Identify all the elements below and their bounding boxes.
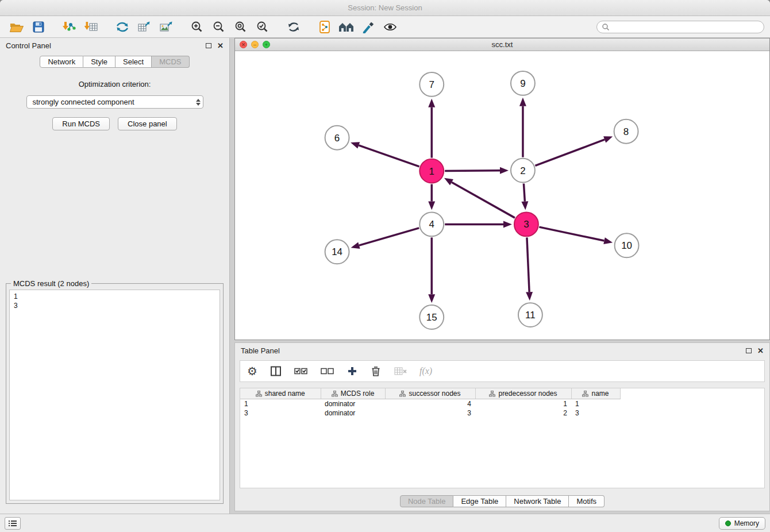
table-row[interactable]: 3dominator323 (240, 408, 620, 418)
network-canvas[interactable]: 7968124314101511 (235, 51, 769, 340)
houses-icon (338, 21, 355, 33)
graph-node-11[interactable]: 11 (518, 303, 542, 327)
column-header-shared-name[interactable]: shared name (240, 388, 321, 399)
refresh-layout-button[interactable] (284, 18, 303, 36)
attribute-icon (256, 391, 262, 397)
graph-edge-4-14[interactable] (359, 228, 419, 245)
tab-motifs[interactable]: Motifs (569, 495, 605, 507)
graph-edge-2-8[interactable] (535, 140, 605, 166)
close-panel-icon[interactable]: ✕ (757, 347, 764, 354)
minimize-window-icon[interactable]: – (251, 41, 259, 48)
table-cell[interactable]: 1 (475, 399, 571, 409)
graph-node-1[interactable]: 1 (419, 159, 444, 183)
graph-node-15[interactable]: 15 (419, 305, 444, 329)
zoom-in-button[interactable] (187, 18, 207, 36)
table-toolbar: ⚙ (240, 360, 765, 382)
home-layout-button[interactable] (337, 18, 356, 36)
table-settings-button[interactable]: ⚙ (247, 363, 257, 379)
function-builder-button[interactable]: f(x) (419, 363, 432, 379)
memory-button[interactable]: Memory (719, 517, 765, 530)
graph-node-3[interactable]: 3 (514, 212, 538, 236)
table-cell[interactable]: 3 (571, 408, 620, 418)
mcds-result-list[interactable]: 1 3 (9, 290, 220, 500)
tab-style[interactable]: Style (83, 56, 116, 68)
table-cell[interactable]: 3 (385, 408, 475, 418)
graph-edge-1-6[interactable] (359, 145, 419, 167)
column-header-predecessor-nodes[interactable]: predecessor nodes (475, 388, 571, 399)
control-panel-header: Control Panel ✕ (0, 38, 229, 53)
table-cell[interactable]: 1 (571, 399, 620, 409)
export-image-button[interactable] (156, 18, 176, 36)
export-table-button[interactable] (134, 18, 154, 36)
import-table-button[interactable] (82, 18, 101, 36)
graph-edge-3-11[interactable] (527, 237, 529, 292)
table-cell[interactable]: dominator (321, 408, 385, 418)
select-all-button[interactable] (294, 363, 308, 379)
tab-network[interactable]: Network (40, 56, 83, 68)
graph-node-4[interactable]: 4 (419, 212, 444, 236)
open-session-button[interactable] (7, 18, 26, 36)
graph-edge-2-3[interactable] (523, 183, 525, 201)
close-panel-icon[interactable]: ✕ (217, 42, 224, 49)
import-network-button[interactable] (60, 18, 79, 36)
first-neighbors-button[interactable] (315, 18, 334, 36)
column-header-name[interactable]: name (571, 388, 620, 399)
float-panel-icon[interactable] (746, 348, 752, 353)
tab-edge-table[interactable]: Edge Table (453, 495, 506, 507)
import-network-icon (63, 21, 76, 33)
table-cell[interactable]: 1 (240, 399, 321, 409)
graph-node-14[interactable]: 14 (325, 240, 349, 264)
tab-network-table[interactable]: Network Table (506, 495, 569, 507)
graph-node-6[interactable]: 6 (325, 126, 349, 150)
column-header-MCDS-role[interactable]: MCDS role (321, 388, 385, 399)
run-mcds-button[interactable]: Run MCDS (52, 117, 110, 130)
network-from-selection-button[interactable] (113, 18, 132, 36)
close-panel-button[interactable]: Close panel (118, 117, 177, 130)
graph-edge-1-2[interactable] (445, 171, 500, 171)
tab-mcds[interactable]: MCDS (152, 56, 189, 68)
table-cell[interactable]: 3 (240, 408, 321, 418)
float-panel-icon[interactable] (206, 43, 211, 48)
export-table-icon (137, 21, 151, 33)
graph-node-8[interactable]: 8 (614, 119, 638, 144)
graph-node-10[interactable]: 10 (615, 233, 639, 257)
zoom-out-button[interactable] (209, 18, 229, 36)
graph-node-7[interactable]: 7 (419, 72, 444, 97)
search-input[interactable] (612, 22, 759, 32)
save-session-button[interactable] (29, 18, 48, 36)
apply-style-button[interactable] (359, 18, 378, 36)
add-row-button[interactable] (347, 363, 357, 379)
show-hide-button[interactable] (380, 18, 400, 36)
tab-node-table[interactable]: Node Table (400, 495, 454, 507)
table-cell[interactable]: 2 (475, 408, 571, 418)
table-row[interactable]: 1dominator411 (240, 399, 620, 409)
table-panel-tabs: Node TableEdge TableNetwork TableMotifs (235, 495, 769, 507)
delete-table-button[interactable] (394, 363, 407, 379)
tab-select[interactable]: Select (116, 56, 152, 68)
svg-text:2: 2 (520, 165, 525, 176)
delete-row-button[interactable] (370, 363, 382, 379)
svg-text:6: 6 (334, 133, 340, 144)
deselect-all-button[interactable] (321, 363, 334, 379)
eye-icon (383, 21, 397, 33)
show-columns-button[interactable] (270, 363, 282, 379)
network-graph[interactable]: 7968124314101511 (235, 51, 769, 340)
table-cell[interactable]: dominator (321, 399, 385, 409)
task-history-button[interactable] (5, 517, 21, 530)
column-header-successor-nodes[interactable]: successor nodes (385, 388, 475, 399)
edge-arrow-icon (521, 201, 528, 210)
search-box[interactable] (596, 21, 764, 33)
graph-edge-3-1[interactable] (452, 182, 515, 218)
maximize-window-icon[interactable]: + (263, 41, 270, 48)
table-cell[interactable]: 4 (385, 399, 475, 409)
zoom-fit-icon (234, 21, 247, 33)
graph-edge-3-10[interactable] (539, 227, 604, 241)
graph-node-9[interactable]: 9 (511, 71, 535, 95)
refresh-icon (287, 21, 301, 33)
graph-node-2[interactable]: 2 (511, 159, 535, 183)
close-window-icon[interactable]: ✕ (240, 41, 247, 48)
criterion-dropdown[interactable]: strongly connected component (26, 95, 203, 109)
zoom-fit-button[interactable] (231, 18, 251, 36)
trash-icon (370, 365, 382, 377)
zoom-selected-button[interactable] (253, 18, 272, 36)
